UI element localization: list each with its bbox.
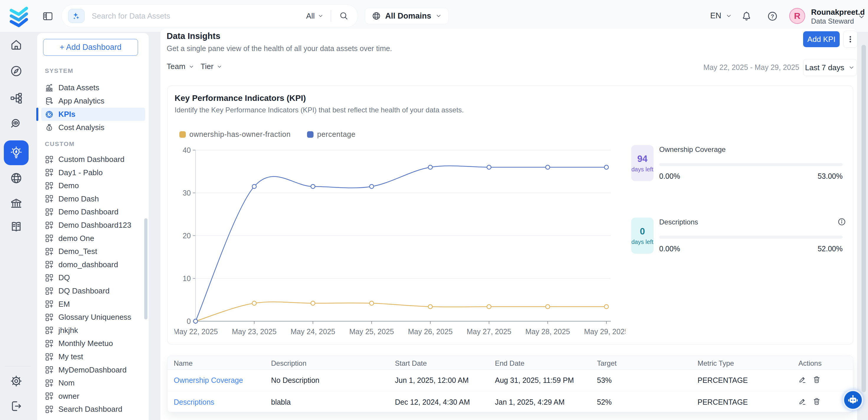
language-selector[interactable]: EN <box>710 11 732 20</box>
chevron-down-icon <box>216 64 222 69</box>
kpi-card-subtitle: Identify the Key Performance Indicators … <box>175 106 464 114</box>
kpi-line-chart[interactable]: 010203040May 22, 2025May 23, 2025May 24,… <box>174 138 626 336</box>
user-avatar[interactable]: R <box>789 8 805 24</box>
kpi-end-date-cell: Aug 31, 2025, 11:59 PM <box>495 376 574 385</box>
lineage-icon[interactable] <box>10 92 23 105</box>
sidebar-item-my-test[interactable]: My test <box>41 350 145 363</box>
sidebar-scrollbar[interactable] <box>144 218 148 320</box>
svg-text:May 29, 2025: May 29, 2025 <box>584 327 626 336</box>
svg-text:30: 30 <box>183 189 191 197</box>
globe-icon[interactable] <box>10 172 23 185</box>
svg-text:20: 20 <box>183 232 191 240</box>
days-left-badge: 94 days left <box>631 145 654 181</box>
discover-eye-search-icon[interactable] <box>10 117 23 130</box>
search-icon[interactable] <box>339 11 349 21</box>
domain-selector[interactable]: All Domains <box>365 8 448 24</box>
chatbot-button[interactable] <box>843 390 863 410</box>
user-menu-chevron-icon[interactable] <box>858 13 865 21</box>
sidebar-toggle-icon[interactable] <box>42 11 54 22</box>
sidebar-item-app-analytics[interactable]: App Analytics <box>41 94 145 108</box>
kpi-metric-type-cell: PERCENTAGE <box>698 376 748 385</box>
delete-trash-icon[interactable] <box>812 376 821 384</box>
edit-pencil-icon[interactable] <box>798 376 807 384</box>
legend-item-ownership[interactable]: ownership-has-owner-fraction <box>179 130 290 139</box>
days-left-value: 0 <box>640 226 645 237</box>
docs-book-icon[interactable] <box>10 220 23 233</box>
legend-label: percentage <box>317 130 355 139</box>
help-icon[interactable]: ? <box>767 11 778 22</box>
sidebar-item-demo-dashboard123[interactable]: Demo Dashboard123 <box>41 218 145 232</box>
kpi-name-link[interactable]: Descriptions <box>174 398 214 407</box>
governance-bank-icon[interactable] <box>10 197 23 210</box>
sidebar-item-dq-dashboard[interactable]: DQ Dashboard <box>41 284 145 298</box>
settings-gear-icon[interactable] <box>10 374 23 388</box>
kpi-progress-values: 0.00% 53.00% <box>659 172 843 181</box>
sidebar-item-demo-dashboard[interactable]: Demo Dashboard <box>41 205 145 218</box>
insights-active-tile[interactable] <box>4 140 29 165</box>
search-input[interactable] <box>91 11 299 21</box>
search-scope-dropdown[interactable]: All <box>306 11 323 21</box>
info-icon[interactable] <box>837 217 846 226</box>
sidebar-item-em[interactable]: EM <box>41 298 145 311</box>
sidebar-item-monthly-meetuo[interactable]: Monthly Meetuo <box>41 337 145 350</box>
sidebar-item-search-dashboard[interactable]: Search Dashboard <box>41 402 145 416</box>
sidebar-item-data-assets[interactable]: Data Assets <box>41 81 145 94</box>
sidebar-item-demo-one[interactable]: demo One <box>41 232 145 245</box>
sidebar-item-owner[interactable]: owner <box>41 390 145 403</box>
kpi-progress-track <box>659 163 843 166</box>
time-range-label: Last 7 days <box>805 63 844 72</box>
sidebar-item-mydemodashboard[interactable]: MyDemoDashboard <box>41 363 145 377</box>
ai-sparkle-icon[interactable] <box>68 9 85 23</box>
compass-icon[interactable] <box>10 65 23 78</box>
col-header-start-date: Start Date <box>395 359 427 367</box>
sidebar-item-glossary-uniqueness[interactable]: Glossary Uniqueness <box>41 310 145 324</box>
days-left-value: 94 <box>638 154 647 164</box>
sidebar-item-day1-pablo[interactable]: Day1 - Pablo <box>41 166 145 179</box>
sidebar-item-domo-dashboard[interactable]: domo_dashboard <box>41 258 145 271</box>
team-filter-dropdown[interactable]: Team <box>167 62 194 71</box>
sidebar-item-nom[interactable]: Nom <box>41 376 145 390</box>
col-header-target: Target <box>597 359 617 367</box>
rail-divider <box>5 366 31 367</box>
notifications-bell-icon[interactable] <box>741 11 752 22</box>
kpi-description-cell: blabla <box>271 398 291 407</box>
date-range-text: May 22, 2025 - May 29, 2025 <box>681 63 799 72</box>
sidebar-item-custom-dashboard[interactable]: Custom Dashboard <box>41 153 145 166</box>
page-scrollbar[interactable] <box>862 45 866 392</box>
dashboards-sidebar: + Add Dashboard SYSTEM Data Assets App A… <box>37 33 149 420</box>
logout-icon[interactable] <box>10 400 23 413</box>
chevron-down-icon <box>848 64 855 71</box>
kpi-name-link[interactable]: Ownership Coverage <box>174 376 243 385</box>
delete-trash-icon[interactable] <box>812 397 821 406</box>
progress-target: 52.00% <box>817 244 843 253</box>
edit-pencil-icon[interactable] <box>798 397 807 406</box>
home-icon[interactable] <box>10 38 23 51</box>
sidebar-item-demo[interactable]: Demo <box>41 179 145 192</box>
kpi-summary-name: Descriptions <box>659 218 698 226</box>
sidebar-item-cost-analysis[interactable]: $ Cost Analysis <box>41 121 145 134</box>
sidebar-item-dq[interactable]: DQ <box>41 271 145 284</box>
legend-swatch-blue <box>307 131 313 138</box>
language-label: EN <box>710 11 721 20</box>
domain-selector-label: All Domains <box>385 11 431 21</box>
svg-text:May 25, 2025: May 25, 2025 <box>349 327 394 336</box>
user-role: Data Steward <box>811 17 854 25</box>
tier-filter-dropdown[interactable]: Tier <box>200 62 222 71</box>
kpi-start-date-cell: Jun 1, 2025, 12:00 AM <box>395 376 469 385</box>
global-search-bar[interactable]: All <box>61 4 358 27</box>
sidebar-item-kpis[interactable]: KPIs <box>41 108 145 121</box>
add-kpi-button[interactable]: Add KPI <box>803 31 840 47</box>
sidebar-item-jhkjhk[interactable]: jhkjhk <box>41 324 145 337</box>
app-logo-icon[interactable] <box>6 5 31 27</box>
col-header-metric-type: Metric Type <box>698 359 734 367</box>
progress-current: 0.00% <box>659 172 680 181</box>
legend-item-percentage[interactable]: percentage <box>307 130 355 139</box>
more-options-kebab-button[interactable] <box>843 31 857 48</box>
time-range-dropdown[interactable]: Last 7 days <box>803 59 857 76</box>
sidebar-item-demo-dash[interactable]: Demo Dash <box>41 192 145 206</box>
add-dashboard-button[interactable]: + Add Dashboard <box>43 39 138 56</box>
svg-text:0: 0 <box>187 317 191 325</box>
sidebar-item-demo-test[interactable]: Demo_Test <box>41 245 145 258</box>
col-header-name: Name <box>174 359 193 367</box>
kpi-end-date-cell: Jan 1, 2025, 4:29 AM <box>495 398 564 407</box>
